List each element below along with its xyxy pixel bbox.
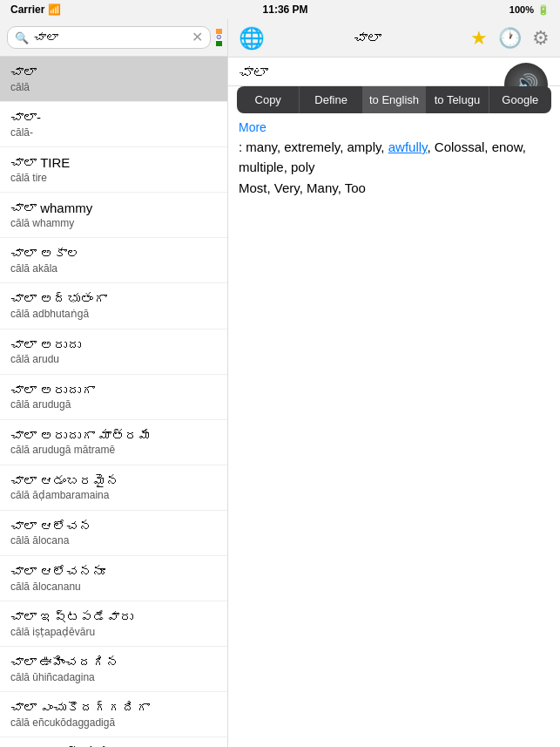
search-bar: 🔍 ✕ ⊙ [0, 19, 227, 57]
word-telugu: చాలా అరుదుగా మాత్రమే [10, 427, 217, 445]
word-roman: cālā arudugā mātramē [10, 444, 217, 458]
list-item[interactable]: చాలా అద్భుతంగాcālā adbhutaṅgā [0, 283, 227, 329]
list-item[interactable]: చాలాcālā [0, 57, 227, 102]
word-roman: cālā arudugā [10, 398, 217, 412]
word-roman: cālā ālocananu [10, 581, 217, 594]
status-carrier: Carrier 📶 [10, 3, 61, 16]
word-telugu: చాలా అరుదు [10, 336, 217, 354]
main-layout: 🔍 ✕ ⊙ చాలాcālāచాలా-cālā-చాలా TIREcālā ti… [0, 19, 560, 747]
gear-icon[interactable]: ⚙ [532, 27, 550, 50]
word-roman: cālā tire [10, 172, 217, 186]
list-item[interactable]: చాలా ఆలోచననూcālā ālocananu [0, 556, 227, 601]
word-telugu: చాలా ఎంచుకొదగ్గదిగా [10, 699, 217, 716]
translation-text: : many, extremely, amply, awfully, Colos… [239, 138, 550, 177]
word-list: చాలాcālāచాలా-cālā-చాలా TIREcālā tireచాలా… [0, 57, 227, 747]
to-telugu-button[interactable]: to Telugu [426, 86, 489, 113]
clock-icon[interactable]: 🕐 [498, 27, 522, 50]
header-title: చాలా [354, 31, 381, 46]
word-roman: cālā [10, 81, 217, 95]
list-item[interactable]: చాలా-cālā- [0, 102, 227, 147]
list-item[interactable]: చాలా TIREcālā tire [0, 147, 227, 193]
list-item[interactable]: చాలా ఎంచుకొదగ్గదిగాcālā eñcukōdaggadigā [0, 692, 227, 737]
word-roman: cālā ūhiñcadagina [10, 671, 217, 685]
word-telugu: చాలా ఆలోచననూ [10, 563, 217, 581]
list-item[interactable]: చాలా అరుదుగా మాత్రమేcālā arudugā mātramē [0, 420, 227, 465]
word-roman: cālā eñcukōdaggadigā [10, 716, 217, 730]
more-link[interactable]: More [239, 120, 550, 134]
globe-icon[interactable]: 🌐 [239, 26, 265, 51]
battery-icon: 🔋 [537, 4, 550, 16]
translation-content: More : many, extremely, amply, awfully, … [228, 113, 560, 747]
list-item[interactable]: చాలా అరుదుcālā arudu [0, 329, 227, 375]
word-roman: cālā akāla [10, 262, 217, 276]
wifi-icon: 📶 [48, 3, 61, 16]
word-roman: cālā iṣṭapaḍēvāru [10, 626, 217, 640]
word-telugu: చాలా TIRE [10, 154, 217, 172]
word-telugu: చాలా అకాల [10, 245, 217, 262]
word-roman: cālā- [10, 126, 217, 140]
right-header: 🌐 చాలా ★ 🕐 ⚙ [228, 19, 560, 58]
word-roman: cālā āḍambaramaina [10, 489, 217, 503]
right-panel: 🌐 చాలా ★ 🕐 ⚙ చాలా 🔊 Copy Define to Engli… [228, 19, 560, 747]
list-item[interactable]: చాలా ఊహించదగినcālā ūhiñcadagina [0, 647, 227, 692]
list-item[interactable]: చాలా అకాలcālā akāla [0, 238, 227, 283]
list-item[interactable]: చాలా ఆడంబరమైనcālā āḍambaramaina [0, 465, 227, 511]
clear-button[interactable]: ✕ [192, 31, 203, 44]
star-icon[interactable]: ★ [470, 27, 488, 50]
highlight-awfully: awfully [388, 139, 428, 154]
word-telugu: చాలా- [10, 109, 217, 126]
search-input-wrap: 🔍 ✕ [7, 26, 211, 49]
word-telugu: చాలా [10, 64, 217, 81]
word-telugu: చాలా అరుదుగా [10, 382, 217, 399]
search-input[interactable] [34, 31, 186, 44]
status-bar: Carrier 📶 11:36 PM 100% 🔋 [0, 0, 560, 19]
word-telugu: చాలా ఆడంబరమైన [10, 472, 217, 490]
context-menu: Copy Define to English to Telugu Google [237, 86, 551, 113]
india-flag: ⊙ [216, 29, 222, 46]
list-item[interactable]: చాలా whammycālā whammy [0, 193, 227, 238]
word-telugu: చాలా ఊహించదగిన [10, 654, 217, 671]
translation-extra: Most, Very, Many, Too [239, 180, 550, 195]
status-time: 11:36 PM [263, 3, 308, 16]
google-button[interactable]: Google [489, 86, 551, 113]
word-roman: cālā arudu [10, 353, 217, 367]
search-icon: 🔍 [15, 31, 29, 44]
word-telugu: చాలా ఇష్టపడేవారు [10, 608, 217, 626]
word-telugu: చాలా ఆలోచన [10, 518, 217, 535]
list-item[interactable]: చాలా అరుదుగాcālā arudugā [0, 375, 227, 420]
to-english-button[interactable]: to English [363, 86, 426, 113]
word-roman: cālā whammy [10, 217, 217, 231]
list-item[interactable]: చాలా ఇష్టపడేవారుcālā iṣṭapaḍēvāru [0, 601, 227, 647]
word-telugu: చాలా అద్భుతంగా [10, 290, 217, 308]
copy-button[interactable]: Copy [237, 86, 300, 113]
word-telugu: చాలా whammy [10, 200, 217, 217]
list-item[interactable]: చాలా ఆలోచనcālā ālocana [0, 511, 227, 556]
header-icons: ★ 🕐 ⚙ [470, 27, 550, 50]
word-roman: cālā ālocana [10, 534, 217, 548]
list-item[interactable]: చాలా ఎంజాయ్ చేసేరుcālā enjāy cēsēru [0, 737, 227, 747]
word-roman: cālā adbhutaṅgā [10, 308, 217, 322]
status-battery: 100% 🔋 [509, 4, 550, 16]
left-panel: 🔍 ✕ ⊙ చాలాcālāచాలా-cālā-చాలా TIREcālā ti… [0, 19, 228, 747]
define-button[interactable]: Define [300, 86, 362, 113]
